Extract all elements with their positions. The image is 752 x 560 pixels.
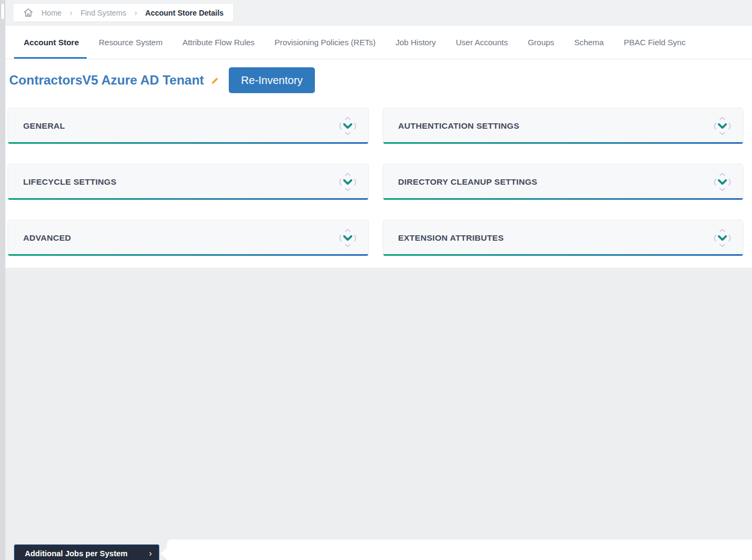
breadcrumb-items: Home›Find Systems›Account Store Details <box>41 8 223 18</box>
jobs-section: ▼ ›Search + Display NameJob NameJob Desc… <box>5 268 752 560</box>
tab-resource-system[interactable]: Resource System <box>99 26 163 59</box>
chevron-down-icon[interactable] <box>711 224 734 252</box>
edit-pencil-icon[interactable] <box>210 76 220 85</box>
scrollbar-thumb[interactable] <box>1 3 5 20</box>
settings-panels: GENERAL AUTHENTICATION SETTINGS LIFECYCL… <box>8 108 743 256</box>
title-row: ContractorsV5 Azure AD Tenant Re-Invento… <box>9 67 315 93</box>
panel-title: LIFECYCLE SETTINGS <box>8 177 116 187</box>
panel-pointer-arrow <box>160 548 167 559</box>
breadcrumb-item-home[interactable]: Home <box>41 9 61 17</box>
top-strip: Home›Find Systems›Account Store Details <box>5 0 752 26</box>
tab-user-accounts[interactable]: User Accounts <box>456 26 508 59</box>
tab-account-store[interactable]: Account Store <box>24 26 79 59</box>
breadcrumb-separator-icon: › <box>69 8 72 18</box>
breadcrumb: Home›Find Systems›Account Store Details <box>13 4 233 22</box>
breadcrumb-separator-icon: › <box>135 8 137 18</box>
panel-title: EXTENSION ATTRIBUTES <box>383 233 504 243</box>
tab-schema[interactable]: Schema <box>574 26 604 59</box>
panel-title: DIRECTORY CLEANUP SETTINGS <box>383 177 538 187</box>
panel-title: ADVANCED <box>8 233 71 243</box>
left-scrollbar[interactable] <box>0 0 5 560</box>
chevron-right-icon: › <box>149 549 152 558</box>
panel-title: GENERAL <box>8 121 65 131</box>
additional-jobs-button[interactable]: Additional Jobs per System› <box>14 544 159 560</box>
page-title: ContractorsV5 Azure AD Tenant <box>9 73 204 88</box>
breadcrumb-item-account-store-details[interactable]: Account Store Details <box>145 9 223 17</box>
panel-advanced[interactable]: ADVANCED <box>8 220 369 256</box>
tab-bar: Account StoreResource SystemAttribute Fl… <box>5 26 752 59</box>
chevron-down-icon[interactable] <box>711 168 734 196</box>
panel-general[interactable]: GENERAL <box>8 108 369 144</box>
breadcrumb-item-find-systems[interactable]: Find Systems <box>81 9 126 17</box>
chevron-down-icon[interactable] <box>336 224 360 252</box>
tab-provisioning-policies-rets[interactable]: Provisioning Policies (RETs) <box>275 26 376 59</box>
jobs-content-panel: ▼ ›Search + Display NameJob NameJob Desc… <box>167 540 752 560</box>
chevron-down-icon[interactable] <box>711 112 734 140</box>
chevron-down-icon[interactable] <box>336 112 360 140</box>
tab-attribute-flow-rules[interactable]: Attribute Flow Rules <box>182 26 255 59</box>
account-store-details-page: Home›Find Systems›Account Store Details … <box>0 0 752 560</box>
panel-authentication-settings[interactable]: AUTHENTICATION SETTINGS <box>383 108 744 144</box>
tab-pbac-field-sync[interactable]: PBAC Field Sync <box>624 26 686 59</box>
panel-title: AUTHENTICATION SETTINGS <box>383 121 519 131</box>
re-inventory-button[interactable]: Re-Inventory <box>229 67 315 93</box>
panel-lifecycle-settings[interactable]: LIFECYCLE SETTINGS <box>8 164 369 200</box>
tab-groups[interactable]: Groups <box>528 26 554 59</box>
panel-directory-cleanup-settings[interactable]: DIRECTORY CLEANUP SETTINGS <box>383 164 744 200</box>
chevron-down-icon[interactable] <box>336 168 360 196</box>
tab-job-history[interactable]: Job History <box>396 26 436 59</box>
additional-jobs-label: Additional Jobs per System <box>25 549 128 558</box>
home-icon[interactable] <box>23 8 33 18</box>
panel-extension-attributes[interactable]: EXTENSION ATTRIBUTES <box>383 220 744 256</box>
